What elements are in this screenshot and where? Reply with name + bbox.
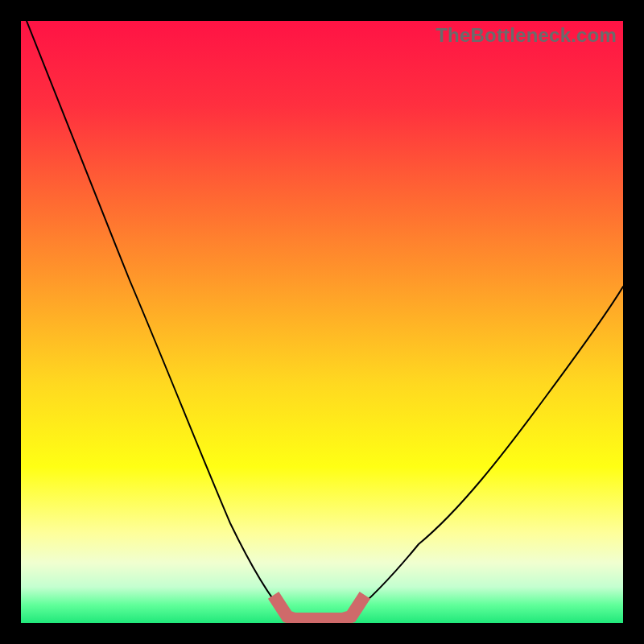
chart-frame: TheBottleneck.com xyxy=(0,0,644,644)
bottom-highlight-band xyxy=(277,601,361,619)
curve-overlay xyxy=(21,21,623,623)
plot-area: TheBottleneck.com xyxy=(21,21,623,623)
right-curve xyxy=(346,287,623,619)
left-curve xyxy=(27,21,290,619)
